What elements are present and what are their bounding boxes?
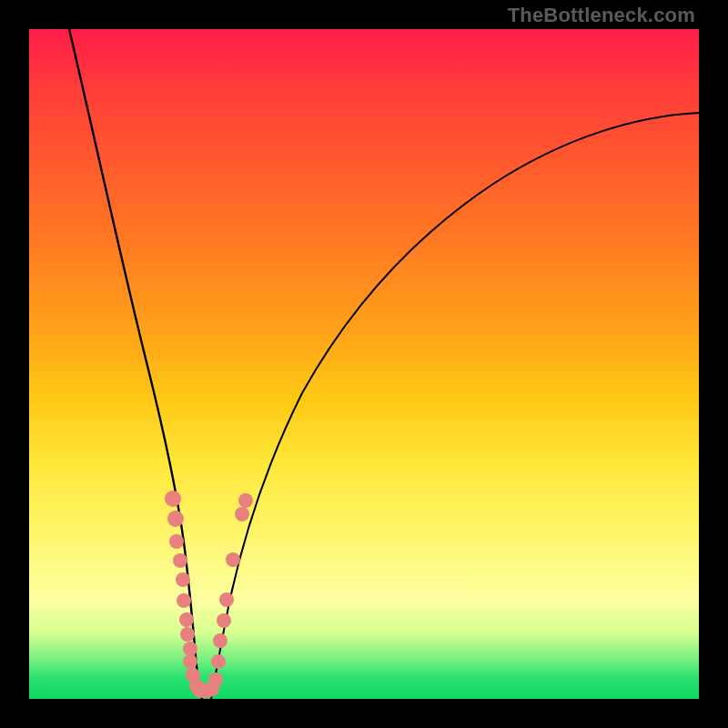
plot-area <box>29 29 699 699</box>
data-point <box>167 511 184 527</box>
data-point <box>217 613 231 628</box>
data-point <box>226 552 240 567</box>
data-point <box>183 642 197 656</box>
data-point <box>173 553 187 568</box>
data-point <box>235 507 249 521</box>
data-point <box>183 654 197 669</box>
data-point <box>219 592 234 607</box>
data-point <box>213 633 228 648</box>
chart-frame: TheBottleneck.com <box>0 0 728 728</box>
data-point <box>176 572 190 587</box>
curve-right-path <box>211 113 699 699</box>
chart-svg <box>29 29 699 699</box>
curve-right <box>211 113 699 699</box>
watermark-text: TheBottleneck.com <box>508 4 695 27</box>
data-point <box>177 593 191 608</box>
data-point <box>238 493 253 508</box>
data-point <box>169 534 184 549</box>
data-point <box>211 654 226 669</box>
data-point <box>208 672 223 687</box>
data-points-group <box>165 490 253 698</box>
data-point <box>180 627 195 642</box>
data-point <box>179 612 194 627</box>
data-point <box>165 490 181 507</box>
